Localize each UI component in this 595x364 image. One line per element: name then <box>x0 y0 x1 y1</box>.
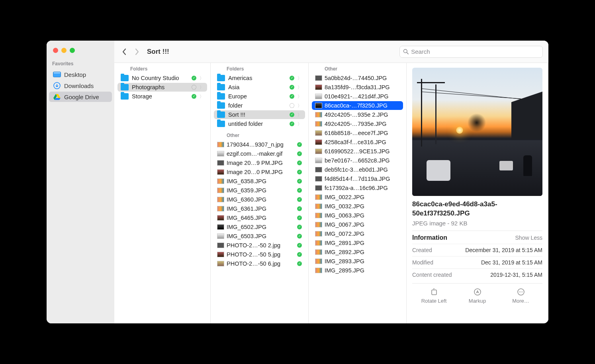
sidebar-item-downloads[interactable]: Downloads <box>49 80 112 91</box>
file-row[interactable]: 4258ca3f-f…ce316.JPG <box>312 138 403 147</box>
file-row[interactable]: IMG_0032.JPG <box>312 202 403 211</box>
svg-point-9 <box>521 292 521 292</box>
minimize-button[interactable] <box>61 48 67 53</box>
file-thumbnail-icon <box>315 240 322 246</box>
file-name: IMG_0032.JPG <box>325 203 400 209</box>
file-row[interactable]: 010e4921-…421d4f.JPG <box>312 92 403 101</box>
file-row[interactable]: IMG_6361.JPG <box>214 204 305 213</box>
folder-name: Photographs <box>132 84 188 90</box>
file-row[interactable]: IMG_0072.JPG <box>312 229 403 238</box>
synced-status-icon <box>290 121 294 126</box>
search-icon <box>403 49 409 55</box>
folder-row[interactable]: untitled folder 〉 <box>214 119 305 128</box>
file-name: 492c4205-…935e 2.JPG <box>325 112 400 118</box>
column-1-body[interactable]: No Country Studio 〉 Photographs 〉 Storag… <box>114 73 210 323</box>
file-thumbnail-icon <box>217 215 224 221</box>
folder-name: Storage <box>132 93 188 100</box>
search-input[interactable] <box>411 48 539 55</box>
show-less-button[interactable]: Show Less <box>515 235 542 241</box>
file-row[interactable]: 5a0bb24d-…74450.JPG <box>312 74 403 82</box>
file-name: IMG_6360.JPG <box>227 196 295 203</box>
file-row[interactable]: IMG_0067.JPG <box>312 220 403 229</box>
file-name: 5a0bb24d-…74450.JPG <box>325 75 400 81</box>
markup-button[interactable]: Markup <box>456 288 499 304</box>
folder-name: Americas <box>228 75 286 81</box>
zoom-button[interactable] <box>70 48 75 53</box>
file-row[interactable]: f4d85d14-f…7d119a.JPG <box>312 174 403 183</box>
chevron-right-icon: 〉 <box>200 75 204 81</box>
more-icon <box>517 288 525 296</box>
file-thumbnail-icon <box>217 197 224 202</box>
file-row[interactable]: IMG_2891.JPG <box>312 239 403 247</box>
info-value: Dec 31, 2019 at 5:15 AM <box>481 259 542 266</box>
folder-row[interactable]: Storage 〉 <box>117 92 207 101</box>
file-row[interactable]: IMG_6358.JPG <box>214 177 305 186</box>
info-key: Content created <box>412 272 452 278</box>
synced-status-icon <box>290 112 294 117</box>
folder-row[interactable]: Photographs 〉 <box>117 83 207 92</box>
folder-row[interactable]: folder 〉 <box>214 101 305 110</box>
forward-button[interactable] <box>133 47 141 57</box>
synced-status-icon <box>297 170 302 174</box>
file-row[interactable]: IMG_0022.JPG <box>312 193 403 202</box>
folder-row[interactable]: No Country Studio 〉 <box>117 74 207 82</box>
column-3-body[interactable]: 5a0bb24d-…74450.JPG 8a135fd9-…f3cda31.JP… <box>309 73 406 323</box>
folder-row[interactable]: Sort !!! 〉 <box>214 110 305 119</box>
file-thumbnail-icon <box>217 224 224 230</box>
file-row[interactable]: 616990522…9CE15.JPG <box>312 147 403 156</box>
desktop-icon <box>53 71 61 78</box>
file-row[interactable]: Image 20…0 PM.JPG <box>214 168 305 176</box>
file-name: deb5fc1c-3…eb0d1.JPG <box>325 166 400 173</box>
sync-status-icon <box>192 85 196 90</box>
file-row[interactable]: IMG_2892.JPG <box>312 248 403 256</box>
synced-status-icon <box>192 94 196 99</box>
folder-name: untitled folder <box>228 121 286 127</box>
file-row[interactable]: 1790344…9307_n.jpg <box>214 140 305 149</box>
file-row[interactable]: IMG_0063.JPG <box>312 211 403 220</box>
folder-row[interactable]: Asia 〉 <box>214 83 305 92</box>
back-button[interactable] <box>120 47 129 57</box>
folder-icon <box>217 75 225 81</box>
file-row[interactable]: IMG_2893.JPG <box>312 257 403 266</box>
file-row[interactable]: 616b8518-…eece7f.JPG <box>312 129 403 137</box>
sidebar-item-desktop[interactable]: Desktop <box>49 69 112 80</box>
file-row[interactable]: 492c4205-…935e 2.JPG <box>312 110 403 119</box>
file-row[interactable]: PHOTO-2…-50 5.jpg <box>214 250 305 259</box>
file-row[interactable]: deb5fc1c-3…eb0d1.JPG <box>312 165 403 174</box>
folder-row[interactable]: Americas 〉 <box>214 74 305 82</box>
folder-icon <box>217 93 225 100</box>
sidebar-item-google-drive[interactable]: Google Drive <box>49 92 112 102</box>
file-row[interactable]: IMG_6502.JPG <box>214 223 305 231</box>
file-row[interactable]: 86cac0ca-…7f3250.JPG <box>312 101 403 110</box>
file-row[interactable]: fc17392a-a…16c96.JPG <box>312 184 403 192</box>
more-button[interactable]: More… <box>499 288 542 304</box>
file-name: 8a135fd9-…f3cda31.JPG <box>325 84 400 90</box>
rotate-left-button[interactable]: Rotate Left <box>412 288 456 304</box>
folder-row[interactable]: Europe 〉 <box>214 92 305 101</box>
file-row[interactable]: PHOTO-2…-50 2.jpg <box>214 241 305 250</box>
file-row[interactable]: 492c4205-…7935e.JPG <box>312 119 403 128</box>
column-2-body[interactable]: Americas 〉 Asia 〉 Europe 〉 folder 〉 Sort… <box>211 73 308 323</box>
svg-point-10 <box>522 292 523 292</box>
folder-name: No Country Studio <box>132 75 188 81</box>
file-row[interactable]: be7e0167-…6652c8.JPG <box>312 156 403 165</box>
file-row[interactable]: IMG_6360.JPG <box>214 195 305 204</box>
file-row[interactable]: IMG_2895.JPG <box>312 266 403 275</box>
window-controls <box>47 46 114 60</box>
file-row[interactable]: IMG_6359.JPG <box>214 186 305 195</box>
preview-image[interactable] <box>412 68 542 196</box>
file-row[interactable]: ezgif.com…-maker.gif <box>214 149 305 158</box>
file-row[interactable]: PHOTO-2…-50 6.jpg <box>214 259 305 268</box>
svg-line-4 <box>407 53 408 54</box>
synced-status-icon <box>297 261 302 266</box>
close-button[interactable] <box>53 48 58 53</box>
chevron-right-icon: 〉 <box>298 94 302 100</box>
file-row[interactable]: Image 20…9 PM.JPG <box>214 159 305 167</box>
file-thumbnail-icon <box>315 75 322 81</box>
search-field[interactable] <box>399 46 543 58</box>
file-row[interactable]: IMG_6503.JPG <box>214 232 305 241</box>
info-row: Created December 31, 2019 at 5:15 AM <box>412 244 542 256</box>
file-row[interactable]: 8a135fd9-…f3cda31.JPG <box>312 83 403 92</box>
file-row[interactable]: IMG_6465.JPG <box>214 213 305 222</box>
file-thumbnail-icon <box>315 204 322 209</box>
